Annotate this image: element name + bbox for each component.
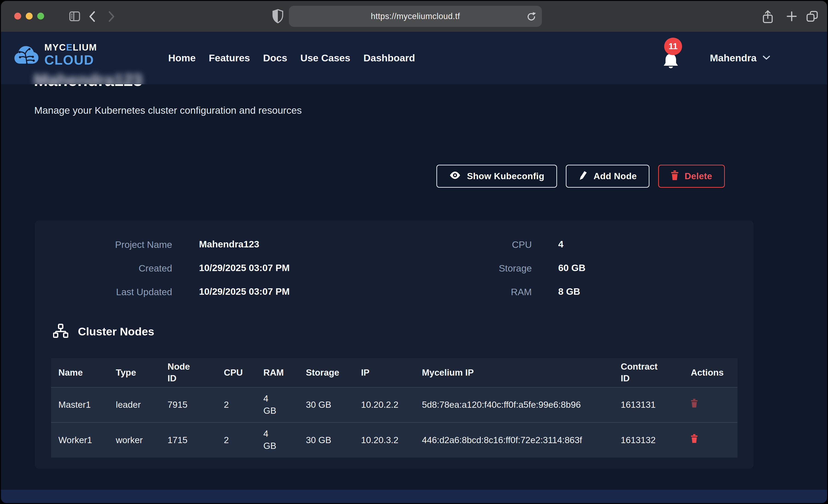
cell-ram: 4 GB <box>256 422 298 458</box>
privacy-shield-icon[interactable] <box>272 9 284 25</box>
browser-window: https://myceliumcloud.tf <box>1 1 827 503</box>
table-row: Master1 leader 7915 2 4 GB 30 GB 10.20.2… <box>51 387 738 422</box>
brand-line2: CLOUD <box>44 53 97 67</box>
cell-cpu: 2 <box>216 422 256 458</box>
page-subtitle: Manage your Kubernetes cluster configura… <box>34 105 302 116</box>
cell-name: Worker1 <box>51 422 109 458</box>
brand-line1: MYCELIUM <box>44 43 97 52</box>
cpu-value: 4 <box>558 239 564 250</box>
cell-actions <box>684 387 738 422</box>
col-node-id: Node ID <box>160 358 216 387</box>
blurred-page-title: Mahendra123 <box>34 70 142 84</box>
site-navbar: Mahendra123 <box>1 32 827 84</box>
address-bar-url: https://myceliumcloud.tf <box>371 11 460 21</box>
cell-type: worker <box>109 422 160 458</box>
nav-link-dashboard[interactable]: Dashboard <box>363 52 415 64</box>
add-node-label: Add Node <box>593 171 637 181</box>
show-kubeconfig-button[interactable]: Show Kubeconfig <box>437 165 557 188</box>
delete-node-button[interactable] <box>691 398 698 409</box>
col-type: Type <box>109 358 160 387</box>
created-label: Created <box>48 263 172 274</box>
tab-overview-icon[interactable] <box>805 10 820 24</box>
last-updated-label: Last Updated <box>48 287 172 297</box>
delete-node-button[interactable] <box>691 434 698 444</box>
nav-link-home[interactable]: Home <box>168 52 196 64</box>
user-name: Mahendra <box>710 52 756 64</box>
nav-link-features[interactable]: Features <box>209 52 250 64</box>
delete-cluster-button[interactable]: Delete <box>658 165 725 188</box>
user-menu[interactable]: Mahendra <box>710 32 770 84</box>
trash-icon <box>671 170 678 182</box>
add-node-button[interactable]: Add Node <box>566 165 650 188</box>
cell-storage: 30 GB <box>298 422 354 458</box>
cell-node-id: 1715 <box>160 422 216 458</box>
cell-name: Master1 <box>51 387 109 422</box>
new-tab-icon[interactable] <box>785 10 798 24</box>
cell-actions <box>684 422 738 458</box>
cluster-details-card: Project Name Mahendra123 Created 10/29/2… <box>35 220 753 469</box>
col-contract-id: Contract ID <box>613 358 684 387</box>
close-window-button[interactable] <box>14 13 21 19</box>
project-name-label: Project Name <box>48 239 172 250</box>
table-header-row: Name Type Node ID CPU RAM Storage IP Myc… <box>51 358 738 387</box>
cell-contract-id: 1613131 <box>613 387 684 422</box>
cell-type: leader <box>109 387 160 422</box>
pencil-icon <box>578 170 588 182</box>
show-kubeconfig-label: Show Kubeconfig <box>467 171 544 181</box>
cell-mycelium-ip: 5d8:78ea:a120:f40c:ff0f:a5fe:99e6:8b96 <box>415 387 613 422</box>
col-actions: Actions <box>684 358 738 387</box>
cell-storage: 30 GB <box>298 387 354 422</box>
forward-button-icon[interactable] <box>107 10 116 24</box>
notifications-button[interactable]: 11 <box>661 32 691 84</box>
eye-icon <box>449 171 461 181</box>
cell-ip: 10.20.3.2 <box>354 422 415 458</box>
share-icon[interactable] <box>761 10 775 25</box>
storage-label: Storage <box>408 263 532 274</box>
cluster-nodes-title: Cluster Nodes <box>78 325 154 338</box>
col-cpu: CPU <box>216 358 256 387</box>
cell-ram: 4 GB <box>256 387 298 422</box>
reload-icon[interactable] <box>526 11 537 23</box>
sidebar-toggle-icon[interactable] <box>68 10 81 24</box>
nav-link-use-cases[interactable]: Use Cases <box>300 52 350 64</box>
ram-label: RAM <box>408 287 532 297</box>
chevron-down-icon <box>762 55 770 61</box>
nav-link-docs[interactable]: Docs <box>263 52 287 64</box>
created-value: 10/29/2025 03:07 PM <box>199 262 290 274</box>
cluster-nodes-section-header: Cluster Nodes <box>53 324 154 339</box>
cluster-nodes-table: Name Type Node ID CPU RAM Storage IP Myc… <box>51 358 738 458</box>
ram-value: 8 GB <box>558 286 580 297</box>
address-bar[interactable]: https://myceliumcloud.tf <box>289 6 542 27</box>
col-ram: RAM <box>256 358 298 387</box>
project-name-value: Mahendra123 <box>199 239 259 250</box>
browser-toolbar: https://myceliumcloud.tf <box>1 1 827 32</box>
nav-links: Home Features Docs Use Cases Dashboard <box>168 32 415 84</box>
notification-count-badge: 11 <box>664 38 682 55</box>
delete-label: Delete <box>685 171 712 181</box>
cpu-label: CPU <box>408 239 532 250</box>
col-name: Name <box>51 358 109 387</box>
footer-strip <box>1 490 827 503</box>
storage-value: 60 GB <box>558 262 586 274</box>
last-updated-value: 10/29/2025 03:07 PM <box>199 286 290 297</box>
table-row: Worker1 worker 1715 2 4 GB 30 GB 10.20.3… <box>51 422 738 458</box>
cluster-nodes-icon <box>53 324 68 339</box>
col-storage: Storage <box>298 358 354 387</box>
col-mycelium-ip: Mycelium IP <box>415 358 613 387</box>
mycelium-cloud-logo-icon <box>13 40 39 69</box>
brand-wordmark: MYCELIUM CLOUD <box>44 43 97 67</box>
back-button-icon[interactable] <box>88 10 97 24</box>
cell-node-id: 7915 <box>160 387 216 422</box>
cell-cpu: 2 <box>216 387 256 422</box>
zoom-window-button[interactable] <box>37 13 44 19</box>
col-ip: IP <box>354 358 415 387</box>
cell-mycelium-ip: 446:d2a6:8bcd:8c16:ff0f:72e2:3114:863f <box>415 422 613 458</box>
cell-contract-id: 1613132 <box>613 422 684 458</box>
minimize-window-button[interactable] <box>26 13 33 19</box>
bell-icon <box>662 52 680 72</box>
cluster-actions: Show Kubeconfig Add Node Delete <box>437 165 725 188</box>
cell-ip: 10.20.2.2 <box>354 387 415 422</box>
brand-logo[interactable]: MYCELIUM CLOUD <box>13 40 97 69</box>
